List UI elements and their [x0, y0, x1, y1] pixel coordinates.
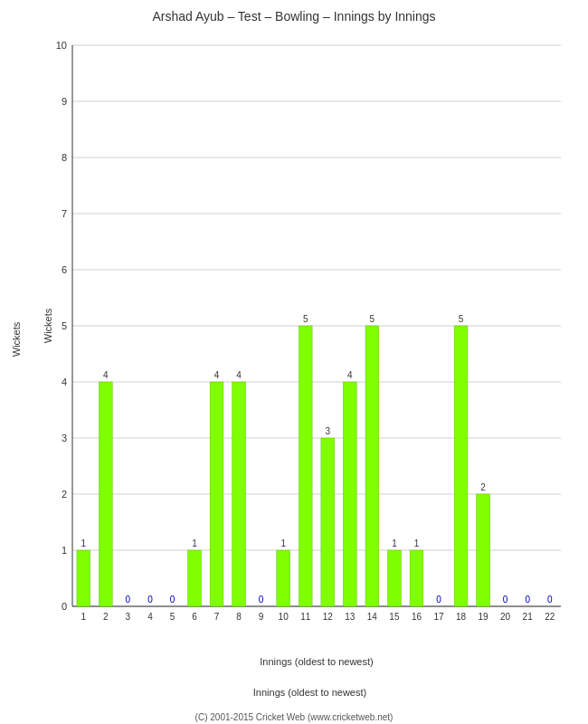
- svg-text:12: 12: [323, 612, 334, 622]
- svg-rect-73: [477, 494, 490, 606]
- svg-text:3: 3: [62, 433, 67, 443]
- svg-rect-70: [454, 326, 468, 606]
- svg-text:1: 1: [81, 612, 86, 622]
- svg-text:11: 11: [300, 612, 311, 622]
- chart-title: Arshad Ayub – Test – Bowling – Innings b…: [0, 0, 588, 28]
- svg-text:2: 2: [103, 612, 109, 622]
- svg-text:Wickets: Wickets: [43, 308, 53, 343]
- svg-rect-27: [99, 382, 112, 606]
- svg-text:0: 0: [259, 595, 264, 605]
- copyright: (C) 2001-2015 Cricket Web (www.cricketwe…: [195, 712, 394, 722]
- svg-rect-62: [388, 550, 402, 606]
- svg-rect-65: [410, 550, 423, 606]
- svg-text:1: 1: [192, 538, 197, 548]
- svg-rect-56: [343, 382, 356, 606]
- svg-text:6: 6: [192, 612, 197, 622]
- svg-text:4: 4: [62, 376, 67, 387]
- svg-text:Innings (oldest to newest): Innings (oldest to newest): [260, 656, 373, 667]
- svg-text:1: 1: [414, 538, 420, 548]
- svg-text:6: 6: [62, 264, 67, 275]
- svg-rect-59: [365, 326, 379, 606]
- svg-text:5: 5: [303, 314, 308, 324]
- svg-text:0: 0: [170, 595, 175, 605]
- svg-text:19: 19: [479, 612, 489, 622]
- x-axis-label: Innings (oldest to newest): [253, 687, 366, 698]
- svg-rect-36: [188, 550, 202, 606]
- svg-text:9: 9: [259, 612, 264, 622]
- svg-text:1: 1: [81, 538, 86, 548]
- chart-svg: 0123456789101142030405164748091105113124…: [36, 32, 579, 674]
- svg-text:5: 5: [459, 314, 464, 324]
- svg-text:0: 0: [547, 595, 553, 605]
- svg-text:13: 13: [345, 612, 356, 622]
- svg-text:0: 0: [147, 595, 153, 605]
- svg-text:0: 0: [436, 595, 441, 605]
- svg-text:7: 7: [62, 208, 67, 219]
- svg-text:4: 4: [147, 612, 153, 622]
- svg-text:10: 10: [56, 40, 67, 51]
- svg-text:22: 22: [545, 612, 555, 622]
- svg-text:17: 17: [433, 612, 444, 622]
- svg-text:5: 5: [170, 612, 175, 622]
- svg-text:3: 3: [126, 612, 131, 622]
- svg-text:0: 0: [62, 601, 67, 612]
- svg-text:16: 16: [412, 612, 422, 622]
- svg-text:0: 0: [525, 595, 530, 605]
- svg-text:4: 4: [236, 370, 242, 380]
- svg-rect-53: [321, 438, 335, 606]
- svg-text:2: 2: [62, 489, 67, 500]
- svg-text:9: 9: [62, 96, 67, 107]
- svg-text:5: 5: [370, 314, 375, 324]
- svg-rect-47: [277, 550, 290, 606]
- svg-rect-50: [299, 326, 312, 606]
- svg-rect-24: [77, 550, 90, 606]
- svg-rect-39: [210, 382, 223, 606]
- y-axis-label: Wickets: [11, 322, 22, 357]
- svg-text:1: 1: [280, 538, 286, 548]
- svg-text:5: 5: [62, 320, 67, 331]
- svg-text:0: 0: [126, 595, 131, 605]
- svg-text:10: 10: [279, 612, 289, 622]
- svg-text:8: 8: [236, 612, 242, 622]
- svg-text:4: 4: [103, 370, 109, 380]
- chart-container: Arshad Ayub – Test – Bowling – Innings b…: [0, 0, 588, 724]
- svg-text:8: 8: [62, 152, 67, 163]
- svg-text:7: 7: [214, 612, 220, 622]
- svg-text:15: 15: [389, 612, 400, 622]
- svg-text:1: 1: [392, 538, 397, 548]
- svg-text:4: 4: [214, 370, 220, 380]
- svg-text:18: 18: [456, 612, 467, 622]
- svg-text:21: 21: [523, 612, 534, 622]
- svg-text:2: 2: [480, 482, 486, 492]
- svg-text:20: 20: [500, 612, 511, 622]
- svg-text:14: 14: [367, 612, 378, 622]
- svg-text:3: 3: [325, 426, 330, 436]
- svg-text:4: 4: [347, 370, 353, 380]
- svg-text:0: 0: [503, 595, 508, 605]
- svg-text:1: 1: [62, 545, 67, 556]
- svg-rect-42: [232, 382, 246, 606]
